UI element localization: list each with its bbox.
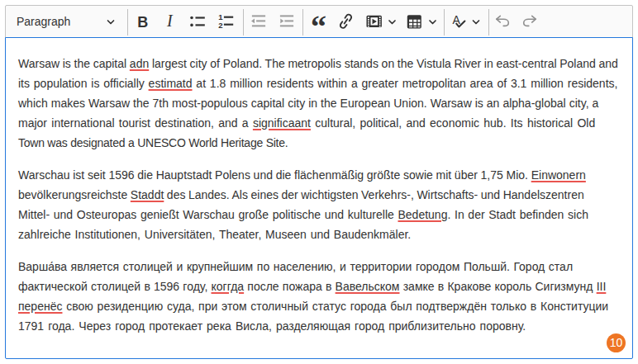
svg-text:“: “ bbox=[311, 9, 326, 40]
svg-text:I: I bbox=[166, 12, 174, 30]
svg-text:B: B bbox=[137, 14, 148, 31]
svg-text:2: 2 bbox=[218, 21, 222, 30]
